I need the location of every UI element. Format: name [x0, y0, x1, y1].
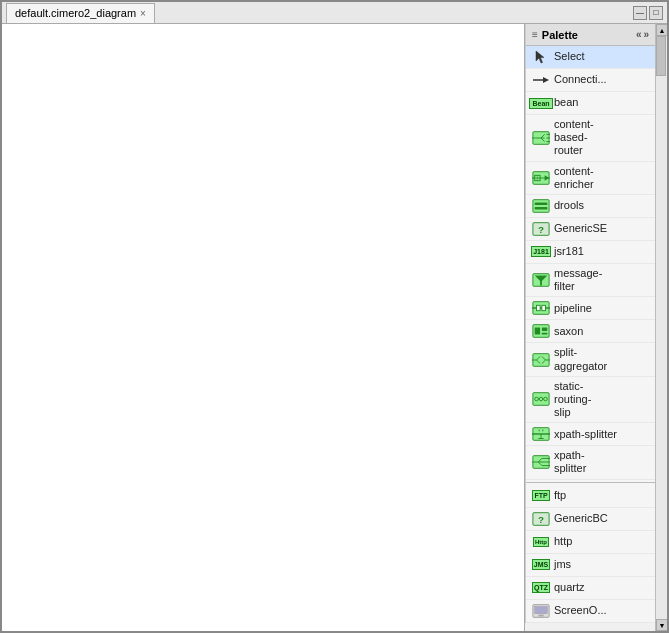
- saxon-icon: [532, 323, 550, 339]
- palette-expand-button[interactable]: «: [636, 29, 642, 40]
- pipeline-component[interactable]: pipeline: [526, 297, 655, 320]
- ftp-icon: FTP: [532, 488, 550, 504]
- palette-panel: ≡ Palette « » Select: [525, 24, 655, 623]
- jms-component[interactable]: JMS jms: [526, 554, 655, 577]
- main-window: default.cimero2_diagram × — □ ≡ Palette …: [0, 0, 669, 633]
- genericbc-icon: ?: [532, 511, 550, 527]
- pipeline-icon: [532, 300, 550, 316]
- scroll-thumb[interactable]: [656, 36, 666, 76]
- scroll-up-button[interactable]: ▲: [656, 24, 667, 36]
- xpath-splitter-component[interactable]: xpath-splitter: [526, 446, 655, 479]
- static-routing-slip-icon: [532, 391, 550, 407]
- diagram-canvas[interactable]: [2, 24, 525, 631]
- message-filter-component[interactable]: message-filter: [526, 264, 655, 297]
- palette-container: ≡ Palette « » Select: [525, 24, 655, 631]
- content-based-router-icon: [532, 130, 550, 146]
- genericse-label: GenericSE: [554, 222, 607, 235]
- ftp-label: ftp: [554, 489, 566, 502]
- bean-label: bean: [554, 96, 578, 109]
- drools-icon: [532, 198, 550, 214]
- wire-tap-component[interactable]: xpath-splitter: [526, 423, 655, 446]
- svg-rect-19: [533, 200, 549, 213]
- quartz-component[interactable]: QTZ quartz: [526, 577, 655, 600]
- genericse-icon: ?: [532, 221, 550, 237]
- connection-tool[interactable]: Connecti...: [526, 69, 655, 92]
- content-based-router-label: content-based-router: [554, 118, 594, 158]
- screeno-icon: [532, 603, 550, 619]
- ftp-component[interactable]: FTP ftp: [526, 485, 655, 508]
- quartz-label: quartz: [554, 581, 585, 594]
- split-aggregator-component[interactable]: split-aggregator: [526, 343, 655, 376]
- http-icon: Http: [532, 534, 550, 550]
- window-controls: — □: [633, 6, 663, 20]
- pipeline-label: pipeline: [554, 302, 592, 315]
- drools-label: drools: [554, 199, 584, 212]
- scroll-track[interactable]: [656, 36, 667, 619]
- xpath-splitter-icon: [532, 454, 550, 470]
- connection-label: Connecti...: [554, 73, 607, 86]
- svg-rect-33: [542, 333, 547, 335]
- drools-component[interactable]: drools: [526, 195, 655, 218]
- bean-icon: Bean: [532, 95, 550, 111]
- select-tool[interactable]: Select: [526, 46, 655, 69]
- jsr181-label: jsr181: [554, 245, 584, 258]
- svg-rect-32: [542, 328, 547, 332]
- genericbc-component[interactable]: ? GenericBC: [526, 508, 655, 531]
- split-aggregator-icon: [532, 352, 550, 368]
- svg-marker-2: [543, 77, 549, 83]
- main-area: ≡ Palette « » Select: [2, 24, 667, 631]
- http-label: http: [554, 535, 572, 548]
- tab-label: default.cimero2_diagram: [15, 7, 136, 19]
- svg-rect-28: [537, 306, 541, 311]
- palette-header: ≡ Palette « »: [526, 24, 655, 46]
- jsr181-icon: J181: [532, 244, 550, 260]
- static-routing-slip-component[interactable]: static-routing-slip: [526, 377, 655, 424]
- svg-rect-31: [535, 328, 540, 335]
- minimize-button[interactable]: —: [633, 6, 647, 20]
- svg-rect-21: [535, 207, 548, 210]
- maximize-button[interactable]: □: [649, 6, 663, 20]
- bean-component[interactable]: Bean bean: [526, 92, 655, 115]
- svg-rect-65: [538, 614, 543, 616]
- wire-tap-icon: [532, 426, 550, 442]
- static-routing-slip-label: static-routing-slip: [554, 380, 591, 420]
- palette-scrollbar: ▲ ▼: [655, 24, 667, 631]
- message-filter-icon: [532, 272, 550, 288]
- svg-rect-41: [533, 393, 549, 406]
- quartz-icon: QTZ: [532, 580, 550, 596]
- message-filter-label: message-filter: [554, 267, 602, 293]
- screeno-component[interactable]: ScreenO...: [526, 600, 655, 623]
- content-enricher-icon: [532, 170, 550, 186]
- svg-text:?: ?: [538, 513, 544, 524]
- svg-marker-0: [536, 51, 544, 63]
- wire-tap-label: xpath-splitter: [554, 428, 617, 441]
- palette-arrows: « »: [636, 29, 649, 40]
- palette-menu-icon: ≡: [532, 29, 538, 40]
- select-label: Select: [554, 50, 585, 63]
- svg-rect-20: [535, 202, 548, 205]
- genericbc-label: GenericBC: [554, 512, 608, 525]
- jms-icon: JMS: [532, 557, 550, 573]
- title-bar: default.cimero2_diagram × — □: [2, 2, 667, 24]
- cursor-icon: [532, 49, 550, 65]
- content-enricher-label: content-enricher: [554, 165, 594, 191]
- scroll-down-button[interactable]: ▼: [656, 619, 667, 631]
- genericse-component[interactable]: ? GenericSE: [526, 218, 655, 241]
- screeno-label: ScreenO...: [554, 604, 607, 617]
- palette-title: Palette: [542, 29, 578, 41]
- saxon-label: saxon: [554, 325, 583, 338]
- palette-separator: [526, 482, 655, 483]
- content-based-router-component[interactable]: content-based-router: [526, 115, 655, 162]
- palette-collapse-button[interactable]: »: [643, 29, 649, 40]
- palette-title-group: ≡ Palette: [532, 29, 578, 41]
- tab-close-button[interactable]: ×: [140, 8, 146, 19]
- svg-text:?: ?: [538, 224, 544, 235]
- editor-tab[interactable]: default.cimero2_diagram ×: [6, 3, 155, 23]
- connection-icon: [532, 72, 550, 88]
- svg-rect-29: [542, 306, 546, 311]
- jsr181-component[interactable]: J181 jsr181: [526, 241, 655, 264]
- http-component[interactable]: Http http: [526, 531, 655, 554]
- xpath-splitter-label: xpath-splitter: [554, 449, 586, 475]
- content-enricher-component[interactable]: content-enricher: [526, 162, 655, 195]
- saxon-component[interactable]: saxon: [526, 320, 655, 343]
